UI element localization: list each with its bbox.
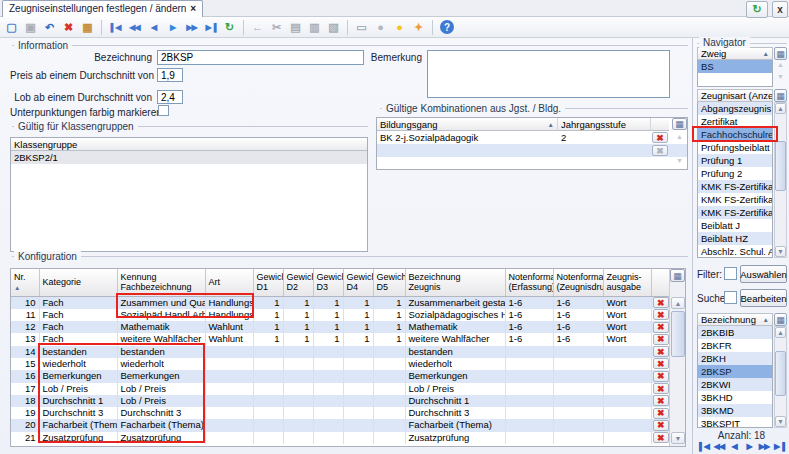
cell-notenformat-erfassung[interactable]: 1-6	[505, 309, 553, 321]
cell-gewicht-d1[interactable]	[253, 395, 283, 407]
cell-art[interactable]	[205, 358, 253, 370]
cell-bezeichnung-zeugnis[interactable]: Sozialpädagogisches Han...	[405, 309, 505, 321]
cell-kennung[interactable]: Bemerkungen	[117, 370, 205, 382]
kombinationen-scroll-down-icon[interactable]: ▼	[673, 157, 686, 167]
column-header[interactable]: Gewicht D3	[313, 269, 343, 296]
cell-kennung[interactable]: Facharbeit (Thema)	[117, 419, 205, 431]
bezeichnung-column-select-button[interactable]: ▦	[774, 313, 787, 326]
delete-row-icon[interactable]: ✖	[653, 297, 669, 308]
cell-gewicht-d3[interactable]: 1	[313, 321, 343, 333]
cell-notenformat-zeugnisdruck[interactable]	[553, 346, 603, 358]
cell-gewicht-d5[interactable]	[373, 419, 405, 431]
cell-kategorie[interactable]: wiederholt	[39, 358, 117, 370]
zeugnisart-scrollbar[interactable]: ▲ ▼	[774, 102, 787, 258]
list-item[interactable]: 2BKWI	[698, 378, 772, 391]
scroll-up-icon[interactable]: ▲	[775, 327, 786, 338]
cell-notenformat-zeugnisdruck[interactable]	[553, 395, 603, 407]
cell-bezeichnung-zeugnis[interactable]: Facharbeit (Thema)	[405, 419, 505, 431]
list-item[interactable]: Beiblatt HZ	[698, 232, 772, 245]
cell-kennung[interactable]: Zusatzprüfung	[117, 432, 205, 444]
cell-nr[interactable]: 21	[11, 432, 39, 444]
list-item[interactable]: 3BKMD	[698, 404, 772, 417]
bezeichnung-list-header[interactable]: Bezeichnung ▲	[697, 313, 773, 326]
cell-notenformat-zeugnisdruck[interactable]	[553, 383, 603, 395]
bezeichnung-input[interactable]: 2BKSP	[157, 50, 364, 65]
list-item[interactable]: 2BKSP	[698, 365, 772, 378]
cell-gewicht-d3[interactable]	[313, 419, 343, 431]
column-header[interactable]: Gewicht D2	[283, 269, 313, 296]
undo-icon[interactable]: ↶	[41, 19, 58, 36]
cell-gewicht-d4[interactable]: 1	[343, 296, 373, 309]
cell-bezeichnung-zeugnis[interactable]: Bemerkungen	[405, 370, 505, 382]
cell-zeugnisausgabe[interactable]: Wort	[603, 309, 651, 321]
column-header[interactable]: Notenformat (Zeugnisdruck)	[553, 269, 603, 296]
select-icon[interactable]: ▧	[325, 19, 342, 36]
help-icon[interactable]: ?	[440, 20, 454, 34]
cell-bezeichnung-zeugnis[interactable]: wiederholt	[405, 358, 505, 370]
delete-row-button[interactable]: ✖	[651, 432, 670, 444]
cell-zeugnisausgabe[interactable]: Wort	[603, 296, 651, 309]
cell-nr[interactable]: 10	[11, 296, 39, 309]
cell-gewicht-d2[interactable]: 1	[283, 309, 313, 321]
refresh-icon[interactable]: ↻	[221, 19, 238, 36]
cell-gewicht-d4[interactable]	[343, 358, 373, 370]
delete-row-icon[interactable]: ✖	[653, 408, 669, 419]
column-header[interactable]: Gewicht D4	[343, 269, 373, 296]
cell-bezeichnung-zeugnis[interactable]: Zusatzprüfung	[405, 432, 505, 444]
delete-row-button[interactable]: ✖	[651, 144, 669, 157]
cell-art[interactable]: Wahlunt	[205, 333, 253, 345]
cell-art[interactable]: Wahlunt	[205, 321, 253, 333]
cell-kategorie[interactable]: Fach	[39, 296, 117, 309]
cell-notenformat-erfassung[interactable]: 1-6	[505, 321, 553, 333]
cell-kennung[interactable]: Lob / Preis	[117, 383, 205, 395]
cell-gewicht-d1[interactable]	[253, 432, 283, 444]
cell-notenformat-erfassung[interactable]	[505, 432, 553, 444]
cell-nr[interactable]: 19	[11, 407, 39, 419]
nav-prev-icon[interactable]: ◀	[145, 19, 162, 36]
konfiguration-column-select-button[interactable]: ▦	[670, 269, 685, 282]
cell-kennung[interactable]: Zusammen und Qualität	[117, 296, 205, 309]
table-row[interactable]: 13Fachweitere WahlfächerWahlunt11111weit…	[11, 333, 670, 345]
cell-zeugnisausgabe[interactable]	[603, 346, 651, 358]
cell-gewicht-d3[interactable]	[313, 346, 343, 358]
list-item[interactable]: Fachhochschulreife	[698, 128, 772, 141]
cell-gewicht-d1[interactable]: 1	[253, 333, 283, 345]
table-row[interactable]: ✖	[377, 144, 687, 157]
cell-gewicht-d2[interactable]: 1	[283, 333, 313, 345]
cell-gewicht-d3[interactable]	[313, 370, 343, 382]
delete-row-button[interactable]: ✖	[651, 370, 670, 382]
cell-gewicht-d5[interactable]: 1	[373, 309, 405, 321]
cell-zeugnisausgabe[interactable]	[603, 358, 651, 370]
cell-gewicht-d4[interactable]	[343, 346, 373, 358]
cell-gewicht-d4[interactable]	[343, 395, 373, 407]
kombinationen-col-jahrgangsstufe[interactable]: Jahrgangsstufe	[558, 118, 651, 131]
cell-zeugnisausgabe[interactable]	[603, 383, 651, 395]
sound-icon[interactable]: ✦	[410, 19, 427, 36]
cell-kennung[interactable]: wiederholt	[117, 358, 205, 370]
cell-gewicht-d1[interactable]	[253, 383, 283, 395]
cell-gewicht-d4[interactable]	[343, 432, 373, 444]
cell-nr[interactable]: 11	[11, 309, 39, 321]
cell-gewicht-d5[interactable]	[373, 370, 405, 382]
cell-notenformat-erfassung[interactable]	[505, 358, 553, 370]
cell-gewicht-d4[interactable]	[343, 407, 373, 419]
nav-prev-fast-button[interactable]: ◀◀	[713, 440, 726, 452]
delete-row-button[interactable]: ✖	[651, 419, 670, 431]
cell-nr[interactable]: 20	[11, 419, 39, 431]
cell-jahrgangsstufe[interactable]	[558, 144, 651, 157]
cell-gewicht-d5[interactable]	[373, 383, 405, 395]
table-row[interactable]: 12FachMathematikWahlunt11111Mathematik1-…	[11, 321, 670, 333]
scroll-up-icon[interactable]: ▲	[775, 103, 786, 114]
cell-nr[interactable]: 12	[11, 321, 39, 333]
column-header[interactable]: Art	[205, 269, 253, 296]
cell-art[interactable]	[205, 419, 253, 431]
cut-icon[interactable]: ✂	[268, 19, 285, 36]
list-item[interactable]: 3BKSPIT	[698, 417, 772, 428]
table-row[interactable]: 16BemerkungenBemerkungenBemerkungen✖	[11, 370, 670, 382]
cell-gewicht-d4[interactable]: 1	[343, 333, 373, 345]
cell-bezeichnung-zeugnis[interactable]: Durchschnitt 3	[405, 407, 505, 419]
column-header[interactable]: Gewicht D1	[253, 269, 283, 296]
nav-first-button[interactable]: ▌◀	[698, 440, 711, 452]
back-arrow-icon[interactable]: ←	[249, 19, 266, 36]
cell-kategorie[interactable]: Durchschnitt 3	[39, 407, 117, 419]
